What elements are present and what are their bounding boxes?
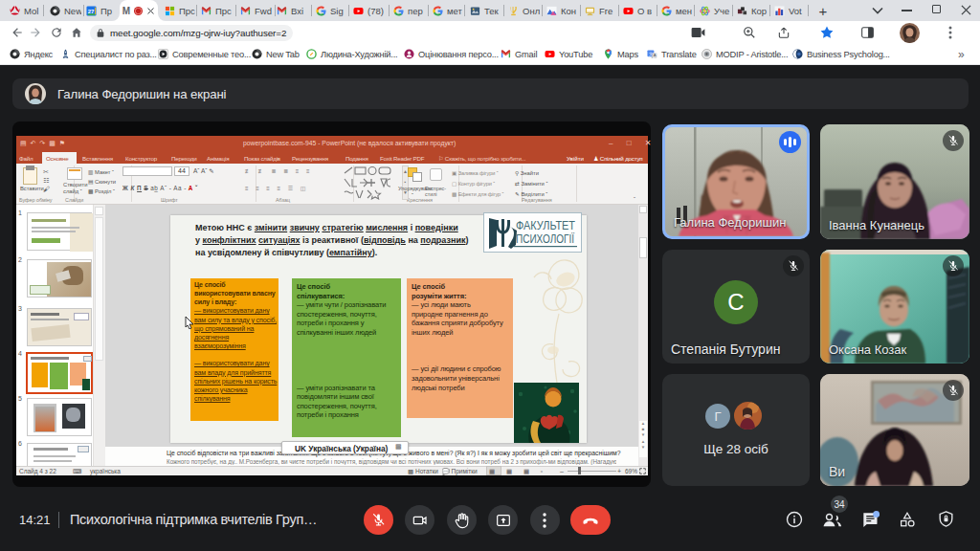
svg-text:ФАКУЛЬТЕТ: ФАКУЛЬТЕТ [516,219,575,232]
